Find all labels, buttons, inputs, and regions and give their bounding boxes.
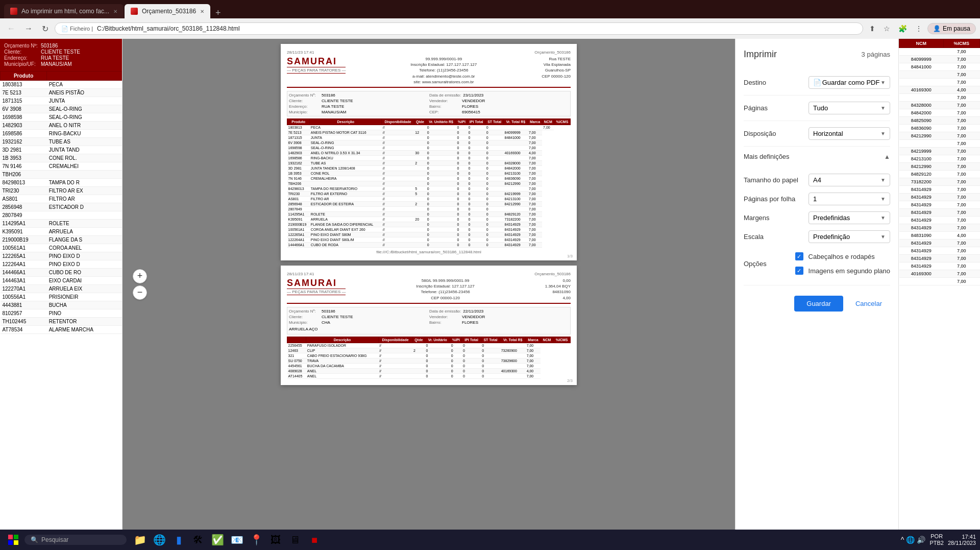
tab-2-title: Orçamento_503186: [142, 8, 196, 15]
vila-text: Vila Esplanada: [542, 62, 571, 67]
far-right-row: 843149297,00: [899, 255, 980, 262]
left-table-row: 4443881BUCHA: [1, 301, 122, 309]
refresh-button[interactable]: ↻: [39, 23, 52, 35]
far-right-row: 7,00: [899, 79, 980, 86]
page2-doc-title: Orçamento_503186: [534, 272, 571, 276]
left-table-row: 1698598SEAL-O-RING: [1, 113, 122, 122]
doc-order-info-2: Orçamento Nº:503186 Data de emissão:22/1…: [287, 307, 571, 334]
left-table-row: 1803813PECA: [1, 81, 122, 89]
paginas-select[interactable]: Tudo ▼: [808, 102, 890, 114]
taskbar-app-photo[interactable]: 🖼: [266, 531, 285, 549]
cep-company-text: CEP 00000-120: [542, 74, 571, 79]
left-table-row: 8102957PINO: [1, 309, 122, 318]
taskbar-app-red[interactable]: ■: [305, 531, 324, 549]
tab-1-icon: [10, 8, 17, 15]
left-table-row: TBH206: [1, 171, 122, 179]
taskbar-app-mail[interactable]: 📧: [228, 531, 246, 549]
check2-row: Imagens em segundo plano: [795, 264, 890, 278]
taskbar-app-files[interactable]: 📁: [131, 531, 149, 549]
tamanho-label: Tamanho do papel: [744, 176, 798, 184]
escala-select[interactable]: Predefinição ▼: [808, 230, 890, 243]
far-right-row: 7,00: [899, 140, 980, 148]
left-table-row: TH102445RETENTOR: [1, 318, 122, 326]
forward-button[interactable]: →: [21, 23, 36, 34]
samurai-logo-2: SAMURAI — PEÇAS PARA TRATORES —: [287, 278, 346, 301]
margens-select[interactable]: Predefinidas ▼: [808, 211, 890, 224]
check2-checkbox[interactable]: [795, 267, 803, 275]
far-right-table: NCM %ICMS 7,00840999997,00848410007,007,…: [899, 39, 980, 285]
new-tab-button[interactable]: +: [211, 8, 225, 18]
left-table-row: 114295A1ROLETE: [1, 220, 122, 228]
taskbar-app-chrome[interactable]: 🌐: [150, 531, 168, 549]
client-value: CLIENTE TESTE: [41, 49, 118, 55]
email-text: a-mail: atendimento@teste.com.br: [410, 74, 477, 79]
svg-rect-3: [14, 540, 18, 545]
destino-icon: 📄: [813, 79, 821, 86]
tab-1-close[interactable]: ✕: [113, 9, 117, 14]
phone-text: Telefone: (11)23456-23456: [410, 67, 477, 73]
left-table-row: 7N 9146CREMALHEI: [1, 162, 122, 171]
nav-bar: ← → ↻ 📄 Ficheiro | C:/Bitbucket/html_sam…: [0, 18, 980, 39]
taskbar-app-dev[interactable]: 🛠: [189, 531, 207, 549]
start-button[interactable]: [4, 533, 22, 547]
city-value: MANAUS/AM: [41, 61, 118, 67]
bookmark-button[interactable]: ☆: [880, 23, 893, 34]
profile-button[interactable]: 👤 Em pausa: [927, 23, 976, 34]
col-produto: Produto: [1, 71, 47, 81]
col-desc: [47, 71, 122, 81]
far-right-row: 843149297,00: [899, 262, 980, 270]
paginas-folha-arrow: ▼: [880, 196, 886, 202]
mini-table-2: DescriçãoDisponibilidadeQtdeVr. Unitário…: [287, 337, 571, 379]
paginas-label: Páginas: [744, 104, 768, 112]
doc-page-2: 28/11/23 17:41 Orçamento_503186 SAMURAI …: [281, 266, 577, 385]
order-value: 503186: [41, 43, 118, 49]
far-right-row: 7,00: [899, 94, 980, 102]
extensions-button[interactable]: 🧩: [895, 23, 910, 34]
taskbar-search[interactable]: 🔍 Pesquisar: [24, 535, 127, 545]
disposicao-value: Horizontal: [813, 130, 843, 137]
guardar-button[interactable]: Guardar: [794, 296, 843, 312]
browser-menu-button[interactable]: ⋮: [912, 23, 925, 34]
far-right-row: 843149297,00: [899, 224, 980, 232]
print-dialog: Imprimir 3 páginas Destino 📄 Guardar com…: [735, 39, 898, 530]
tab-2-close[interactable]: ✕: [200, 9, 204, 14]
check1-checkbox[interactable]: [795, 252, 803, 260]
left-table-row: 122265A1PINO EIXO D: [1, 252, 122, 260]
taskbar-lang: POR PTB2: [929, 533, 944, 546]
taskbar-app-task[interactable]: ✅: [208, 531, 227, 549]
samurai-address-info: Rua TESTE Vila Esplanada Guarulhos-SP CE…: [542, 56, 571, 85]
tamanho-value: A4: [813, 176, 821, 184]
tamanho-select[interactable]: A4 ▼: [808, 174, 890, 186]
destino-select[interactable]: 📄 Guardar como PDF ▼: [808, 76, 890, 89]
disposicao-row: Disposição Horizontal ▼: [744, 121, 890, 147]
zoom-in-button[interactable]: +: [133, 269, 147, 283]
samurai-company-info-2: 580/L 99.999.999/0001-99 Inscrição Estad…: [416, 278, 474, 301]
taskbar-app-vscode[interactable]: ▮: [169, 531, 188, 549]
taskbar-date: 28/11/2023: [948, 540, 976, 546]
browser-chrome: Ao imprimir um html, como fac... ✕ Orçam…: [0, 0, 980, 39]
taskbar-app-monitor[interactable]: 🖥: [286, 531, 304, 549]
far-right-row: 848410007,00: [899, 63, 980, 71]
svg-rect-1: [14, 535, 18, 539]
tab-1[interactable]: Ao imprimir um html, como fac... ✕: [4, 4, 124, 18]
doc-order-info-1: Orçamento Nº:503186 Data de emissão:23/1…: [287, 91, 571, 116]
paginas-folha-select[interactable]: 1 ▼: [808, 193, 890, 205]
check1-label: Cabeçalhos e rodapés: [808, 253, 875, 260]
zoom-out-button[interactable]: −: [133, 285, 147, 300]
opcoes-row: Opções Cabeçalhos e rodapés Imagens em s…: [744, 246, 890, 281]
back-button[interactable]: ←: [4, 23, 18, 34]
taskbar-app-map[interactable]: 📍: [247, 531, 265, 549]
cancelar-button[interactable]: Cancelar: [847, 296, 890, 312]
print-pages: 3 páginas: [862, 51, 890, 58]
tab-2[interactable]: Orçamento_503186 ✕: [125, 4, 210, 18]
mais-definicoes-row[interactable]: Mais definições ▲: [744, 147, 890, 166]
share-button[interactable]: ⬆: [866, 23, 878, 34]
disposicao-label: Disposição: [744, 130, 776, 137]
page2-timestamp: 28/11/23 17:41: [287, 272, 314, 276]
print-header: Imprimir 3 páginas: [744, 49, 890, 60]
address-bar[interactable]: 📄 Ficheiro | C:/Bitbucket/html_samurai/o…: [55, 22, 863, 35]
far-right-row: 843149297,00: [899, 247, 980, 255]
order-label: Orçamento Nº:: [4, 43, 38, 49]
disposicao-select[interactable]: Horizontal ▼: [808, 127, 890, 140]
paginas-row: Páginas Tudo ▼: [744, 95, 890, 121]
